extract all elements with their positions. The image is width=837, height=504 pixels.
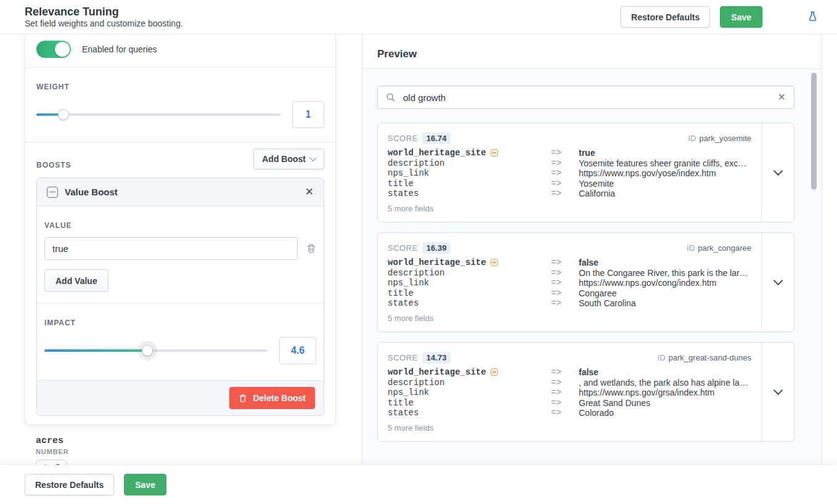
field-arrow: => (551, 288, 579, 299)
field-arrow: => (551, 408, 579, 418)
value-boost-footer: Delete Boost (37, 380, 324, 415)
boosts-label: BOOSTS (36, 161, 71, 169)
weight-value-box[interactable]: 1 (292, 101, 324, 128)
field-value: Yosemite features sheer granite cliffs, … (579, 158, 751, 169)
value-boost-icon (47, 187, 58, 198)
preview-panel: Preview ✕ SCORE16.74 IDpark_yosemite wo (362, 35, 822, 504)
document-id: park_yosemite (699, 134, 751, 143)
score-label: SCORE (388, 134, 418, 143)
add-boost-label: Add Boost (262, 154, 306, 164)
chevron-down-icon (773, 166, 783, 176)
value-boost-header: Value Boost ✕ (37, 178, 324, 206)
chevron-down-icon (773, 276, 783, 286)
field-value: California (579, 189, 751, 199)
field-name: acres (36, 436, 336, 446)
boosted-value-badge-icon (491, 368, 498, 376)
score-label: SCORE (388, 353, 418, 362)
expand-result-button[interactable] (761, 343, 794, 441)
field-name: nps_link (388, 168, 551, 179)
restore-defaults-button[interactable]: Restore Defaults (621, 6, 710, 28)
field-name: description (388, 158, 551, 169)
field-value: Colorado (579, 408, 751, 418)
enabled-toggle-switch[interactable] (36, 41, 71, 58)
field-value: https://www.nps.gov/yose/index.htm (579, 168, 751, 179)
more-fields-link[interactable]: 5 more fields (388, 423, 751, 433)
field-name: title (388, 179, 551, 189)
field-row: states=>California (388, 189, 751, 199)
save-button[interactable]: Save (720, 6, 762, 28)
field-value: Great Sand Dunes (579, 398, 751, 408)
scrollbar-thumb[interactable] (811, 73, 817, 190)
field-name: title (388, 398, 551, 408)
field-value: https://www.nps.gov/grsa/index.htm (579, 388, 751, 398)
field-arrow: => (551, 179, 579, 189)
id-label: ID (658, 353, 666, 362)
field-value: Yosemite (579, 179, 751, 189)
close-icon[interactable]: ✕ (305, 187, 314, 197)
add-boost-button[interactable]: Add Boost (253, 148, 324, 169)
field-row: title=>Great Sand Dunes (388, 398, 751, 408)
score-label: SCORE (388, 243, 418, 253)
preview-search-input[interactable] (402, 92, 772, 104)
preview-header: Preview (362, 35, 822, 69)
field-rows: world_heritage_site=>truedescription=>Yo… (388, 148, 751, 199)
score-group: SCORE16.39 (388, 242, 451, 253)
score-badge: 16.74 (422, 132, 451, 144)
boost-value-input[interactable] (44, 237, 298, 260)
impact-slider[interactable] (44, 345, 268, 356)
field-name: states (388, 189, 551, 199)
field-name: world_heritage_site (388, 148, 551, 158)
delete-boost-button[interactable]: Delete Boost (229, 387, 315, 409)
expand-result-button[interactable] (761, 123, 794, 222)
field-value: https://www.nps.gov/cong/index.htm (579, 278, 751, 288)
slider-fill (44, 349, 147, 352)
save-button-footer[interactable]: Save (124, 474, 166, 495)
search-icon (386, 92, 396, 102)
weight-section: WEIGHT 1 (25, 68, 335, 142)
impact-value-box[interactable]: 4.6 (279, 337, 316, 364)
boosts-section: BOOSTS Add Boost Value Boost ✕ VALUE (25, 142, 335, 425)
title-block: Relevance Tuning Set field weights and c… (25, 6, 621, 29)
weight-slider[interactable] (36, 109, 281, 120)
field-rows: world_heritage_site=>falsedescription=>,… (388, 367, 751, 418)
more-fields-link[interactable]: 5 more fields (388, 314, 751, 323)
field-row: nps_link=>https://www.nps.gov/cong/index… (388, 278, 751, 288)
field-type-label: NUMBER (36, 448, 336, 455)
clear-icon[interactable]: ✕ (778, 92, 786, 102)
relevance-tuning-page: Relevance Tuning Set field weights and c… (0, 0, 837, 504)
field-row: title=>Congaree (388, 288, 751, 299)
more-fields-link[interactable]: 5 more fields (388, 204, 751, 213)
field-arrow: => (551, 367, 579, 378)
field-arrow: => (551, 298, 579, 309)
flask-icon[interactable] (807, 11, 819, 23)
preview-search-box: ✕ (377, 86, 794, 109)
field-name: world_heritage_site (388, 367, 551, 378)
weight-slider-handle[interactable] (58, 109, 69, 120)
field-value: South Carolina (579, 298, 751, 309)
impact-slider-handle[interactable] (142, 345, 153, 356)
chevron-down-icon (309, 154, 316, 161)
field-arrow: => (551, 278, 579, 288)
expand-result-button[interactable] (761, 233, 794, 331)
impact-label: IMPACT (44, 319, 316, 327)
field-rows: world_heritage_site=>falsedescription=>O… (388, 258, 751, 309)
weight-label: WEIGHT (36, 83, 324, 91)
preview-title: Preview (377, 48, 807, 60)
delete-boost-label: Delete Boost (253, 393, 306, 403)
field-arrow: => (551, 158, 579, 169)
field-arrow: => (551, 268, 579, 278)
header-actions: Restore Defaults Save (621, 6, 819, 28)
result-card: SCORE16.74 IDpark_yosemite world_heritag… (377, 123, 794, 222)
result-card-main: SCORE16.39 IDpark_congaree world_heritag… (378, 233, 761, 331)
value-boost-title: Value Boost (65, 187, 298, 197)
add-value-button[interactable]: Add Value (44, 269, 108, 292)
trash-icon[interactable] (306, 243, 316, 254)
preview-body: ✕ SCORE16.74 IDpark_yosemite world_herit… (362, 69, 822, 454)
field-row: description=>On the Congaree River, this… (388, 268, 751, 278)
score-group: SCORE16.74 (388, 132, 451, 144)
score-badge: 16.39 (422, 242, 451, 254)
enabled-toggle-row: Enabled for queries (25, 35, 335, 67)
field-row: description=>, and wetlands, the park al… (388, 378, 751, 388)
field-arrow: => (551, 258, 579, 268)
restore-defaults-button-footer[interactable]: Restore Defaults (25, 474, 114, 495)
